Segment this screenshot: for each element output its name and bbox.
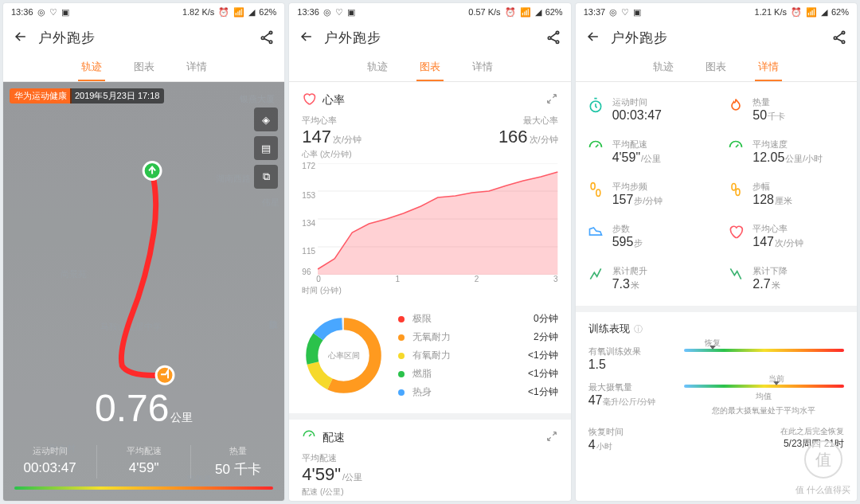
metric-label: 平均心率	[752, 223, 803, 235]
back-icon[interactable]	[299, 29, 315, 47]
metric-value: 157	[612, 193, 634, 206]
app-bar: 户外跑步	[3, 21, 284, 54]
info-icon[interactable]: ⓘ	[634, 323, 643, 335]
tab-chart[interactable]: 图表	[416, 54, 444, 81]
distance-display: 0.76公里	[3, 389, 284, 428]
page-title: 户外跑步	[324, 29, 381, 47]
back-icon[interactable]	[13, 29, 29, 47]
zone-list: 极限0分钟 无氧耐力2分钟 有氧耐力<1分钟 燃脂<1分钟 热身<1分钟	[398, 307, 557, 404]
metric-label: 热量	[752, 96, 785, 108]
status-battery: 62%	[545, 7, 563, 17]
metric-label: 平均配速	[612, 139, 662, 150]
summary-stats: 运动时间00:03:47 平均配速4'59" 热量50 千卡	[3, 445, 284, 479]
back-icon[interactable]	[585, 29, 601, 47]
climb-down-icon	[727, 265, 745, 283]
signal-icon: 📶	[233, 7, 244, 18]
metrics-grid: 运动时间00:03:47热量50千卡平均配速4'59"/公里平均速度12.05公…	[576, 82, 857, 312]
metric-unit: 米	[631, 280, 639, 290]
tabs: 轨迹 图表 详情	[3, 54, 284, 82]
vo2-bar: 当前	[684, 385, 844, 388]
hr-zone-block: 心率区间 极限0分钟 无氧耐力2分钟 有氧耐力<1分钟 燃脂<1分钟 热身<1分…	[302, 307, 557, 404]
page-title: 户外跑步	[611, 29, 668, 47]
heart-small-icon: ♡	[49, 7, 57, 18]
svg-point-1	[270, 31, 272, 33]
heart-rate-card: 心率 平均心率147次/分钟 最大心率166次/分钟 心率 (次/分钟) 172…	[289, 82, 570, 420]
metric-value: 147	[752, 235, 774, 248]
metric-unit: 米	[772, 280, 780, 290]
pace-color-bar	[14, 486, 273, 490]
svg-point-7	[556, 41, 558, 43]
tab-chart[interactable]: 图表	[702, 54, 729, 81]
tab-detail[interactable]: 详情	[183, 54, 210, 81]
metric-heart: 平均心率147次/分钟	[716, 215, 857, 257]
phone-chart: 13:36◎♡▣ 0.57 K/s⏰📶◢62% 户外跑步 轨迹 图表 详情 心率…	[289, 3, 570, 501]
metric-stopwatch: 运动时间00:03:47	[576, 88, 717, 131]
status-bar: 13:36◎♡▣ 0.57 K/s⏰📶◢62%	[289, 3, 570, 21]
hr-chart[interactable]: 172 153 134 115 96	[302, 163, 557, 275]
y-tick: 134	[302, 219, 315, 228]
metric-value: 50	[752, 108, 767, 122]
metric-label: 累计爬升	[612, 265, 647, 277]
stride-icon	[727, 181, 745, 198]
metric-value: 7.3	[612, 277, 630, 291]
cadence-icon	[587, 181, 604, 198]
share-icon[interactable]	[545, 29, 561, 47]
watermark-text: 值 什么值得买	[796, 484, 850, 496]
app-bar: 户外跑步	[289, 21, 570, 54]
metric-climb-down: 累计下降2.7米	[716, 257, 857, 299]
layers-icon[interactable]: ▤	[254, 136, 278, 160]
hr-title: 心率	[322, 93, 345, 107]
aerobic-effect-row: 有氧训练效果1.5 恢复	[588, 346, 844, 372]
svg-point-19	[842, 31, 844, 33]
zone-item: 燃脂<1分钟	[398, 367, 557, 381]
photo-small-icon: ▣	[61, 7, 69, 18]
pace-axis-label: 配速 (/公里)	[302, 486, 557, 498]
svg-point-5	[548, 37, 550, 39]
svg-point-25	[736, 189, 740, 195]
metric-label: 累计下降	[752, 265, 788, 277]
expand-icon[interactable]	[545, 92, 558, 107]
stat-pace: 平均配速4'59"	[97, 445, 191, 479]
donut-center-text: 心率区间	[302, 314, 385, 397]
svg-point-2	[270, 41, 272, 43]
climb-up-icon	[587, 265, 604, 283]
share-icon[interactable]	[831, 29, 847, 47]
svg-point-20	[842, 41, 844, 43]
metric-stride: 步幅128厘米	[716, 173, 857, 215]
metric-label: 平均步频	[612, 181, 663, 193]
metric-flame: 热量50千卡	[716, 88, 857, 131]
metric-gauge: 平均速度12.05公里/小时	[716, 131, 857, 173]
share-icon[interactable]	[259, 29, 275, 47]
pace-card: 配速 平均配速4'59"/公里 配速 (/公里)	[289, 420, 570, 501]
avg-pace: 平均配速4'59"/公里	[302, 452, 557, 485]
metric-cadence: 平均步频157步/分钟	[576, 173, 717, 215]
expand-icon[interactable]	[545, 430, 558, 445]
metric-value: 128	[752, 193, 774, 206]
metric-value: 00:03:47	[612, 108, 662, 122]
locate-icon[interactable]: ◈	[254, 107, 278, 131]
status-time: 13:37	[584, 7, 606, 17]
tab-track[interactable]: 轨迹	[650, 54, 677, 81]
map-panel[interactable]: 银燕大厦 湖南西路 伟星 尚景苑 马鞍山红星中学 红旗中路 勤奋村 青年路 华为…	[3, 82, 284, 501]
phone-track: 13:36 ◎ ♡ ▣ 1.82 K/s ⏰ 📶 ◢ 62% 户外跑步 轨迹 图…	[3, 3, 284, 501]
tab-track[interactable]: 轨迹	[78, 54, 105, 81]
copy-icon[interactable]: ⧉	[254, 165, 278, 189]
detail-body: 运动时间00:03:47热量50千卡平均配速4'59"/公里平均速度12.05公…	[576, 82, 857, 501]
metric-label: 步幅	[752, 181, 792, 193]
tab-detail[interactable]: 详情	[469, 54, 496, 81]
metric-unit: 公里/小时	[785, 154, 823, 163]
y-tick: 115	[302, 247, 315, 256]
map-controls: ◈ ▤ ⧉	[254, 107, 278, 189]
tab-chart[interactable]: 图表	[131, 54, 158, 81]
status-time: 13:36	[11, 7, 33, 17]
gauge-icon	[727, 139, 745, 156]
tab-detail[interactable]: 详情	[755, 54, 782, 81]
gauge-icon	[302, 429, 316, 446]
hr-zone-donut: 心率区间	[302, 314, 385, 397]
phone-detail: 13:37◎♡▣ 1.21 K/s⏰📶◢62% 户外跑步 轨迹 图表 详情 运动…	[576, 3, 857, 501]
stat-duration: 运动时间00:03:47	[3, 445, 97, 479]
signal2-icon: ◢	[248, 7, 255, 18]
tab-track[interactable]: 轨迹	[364, 54, 391, 81]
metric-label: 步数	[612, 223, 643, 235]
status-bar: 13:37◎♡▣ 1.21 K/s⏰📶◢62%	[576, 3, 857, 21]
